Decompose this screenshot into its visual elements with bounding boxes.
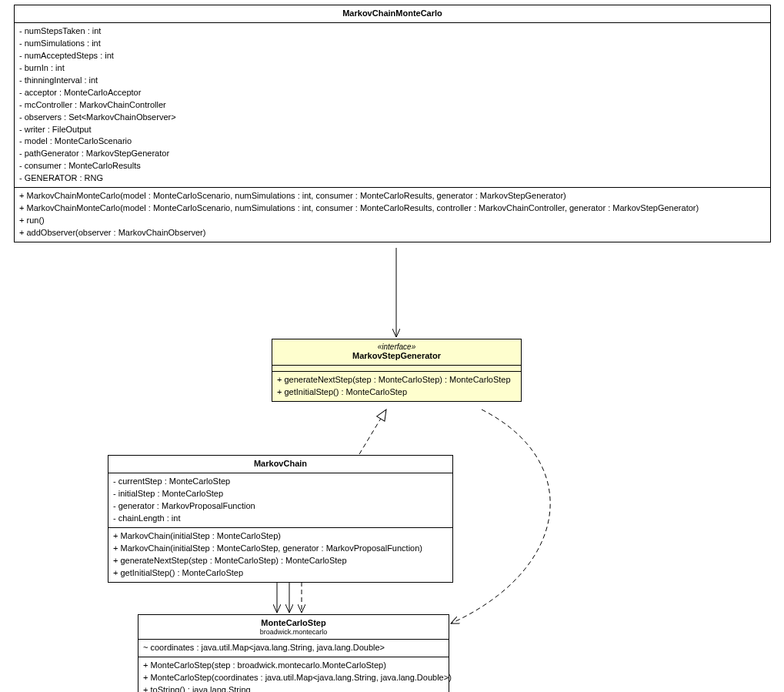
method: + getInitialStep() : MonteCarloStep — [113, 567, 448, 580]
method: + getInitialStep() : MonteCarloStep — [277, 386, 516, 399]
field: - writer : FileOutput — [19, 124, 766, 136]
field: - observers : Set<MarkovChainObserver> — [19, 112, 766, 124]
class-markovchainmontecarlo: MarkovChainMonteCarlo - numStepsTaken : … — [14, 5, 771, 242]
class-title: MarkovChainMonteCarlo — [15, 5, 770, 23]
class-markovchain: MarkovChain - currentStep : MonteCarloSt… — [108, 455, 453, 583]
realization-mc-to-msg — [359, 410, 386, 454]
interface-markovstepgenerator: «interface» MarkovStepGenerator + genera… — [272, 339, 522, 402]
field: - GENERATOR : RNG — [19, 172, 766, 185]
class-fields-empty — [272, 366, 521, 372]
method: + addObserver(observer : MarkovChainObse… — [19, 227, 766, 239]
field: - numAcceptedSteps : int — [19, 50, 766, 62]
method: + run() — [19, 215, 766, 227]
field: - chainLength : int — [113, 513, 448, 525]
field: - pathGenerator : MarkovStepGenerator — [19, 148, 766, 160]
class-title: MarkovChain — [108, 456, 452, 473]
method: + MarkovChain(initialStep : MonteCarloSt… — [113, 530, 448, 543]
class-name: MonteCarloStep — [261, 618, 325, 627]
field: - burnIn : int — [19, 62, 766, 75]
field: - mcController : MarkovChainController — [19, 99, 766, 112]
class-name: MarkovChainMonteCarlo — [342, 8, 442, 18]
method: + generateNextStep(step : MonteCarloStep… — [277, 374, 516, 386]
class-namespace: broadwick.montecarlo — [143, 627, 444, 636]
method: + MarkovChainMonteCarlo(model : MonteCar… — [19, 202, 766, 215]
dep-msg-to-mcs — [451, 410, 550, 623]
class-montecarlostep: MonteCarloStep broadwick.montecarlo ~ co… — [138, 614, 449, 692]
class-methods: + MarkovChainMonteCarlo(model : MonteCar… — [15, 188, 770, 242]
method: + toString() : java.lang.String — [143, 684, 444, 692]
class-title: «interface» MarkovStepGenerator — [272, 339, 521, 366]
method: + generateNextStep(step : MonteCarloStep… — [113, 555, 448, 567]
field: - thinningInterval : int — [19, 75, 766, 87]
class-fields: - currentStep : MonteCarloStep - initial… — [108, 473, 452, 528]
class-methods: + MonteCarloStep(step : broadwick.montec… — [138, 657, 449, 692]
class-methods: + MarkovChain(initialStep : MonteCarloSt… — [108, 528, 452, 582]
class-fields: ~ coordinates : java.util.Map<java.lang.… — [138, 640, 449, 657]
field: - acceptor : MonteCarloAcceptor — [19, 87, 766, 99]
field: - initialStep : MonteCarloStep — [113, 488, 448, 500]
method: + MonteCarloStep(coordinates : java.util… — [143, 672, 444, 684]
field: - numSimulations : int — [19, 38, 766, 50]
field: - consumer : MonteCarloResults — [19, 160, 766, 172]
class-fields: - numStepsTaken : int - numSimulations :… — [15, 23, 770, 188]
class-title: MonteCarloStep broadwick.montecarlo — [138, 615, 449, 640]
field: - model : MonteCarloScenario — [19, 135, 766, 148]
method: + MarkovChainMonteCarlo(model : MonteCar… — [19, 190, 766, 202]
field: - generator : MarkovProposalFunction — [113, 500, 448, 513]
method: + MonteCarloStep(step : broadwick.montec… — [143, 660, 444, 672]
class-name: MarkovStepGenerator — [352, 351, 441, 360]
field: - currentStep : MonteCarloStep — [113, 476, 448, 488]
stereotype: «interface» — [277, 343, 516, 351]
class-name: MarkovChain — [254, 459, 307, 468]
field: ~ coordinates : java.util.Map<java.lang.… — [143, 642, 444, 654]
method: + MarkovChain(initialStep : MonteCarloSt… — [113, 543, 448, 555]
field: - numStepsTaken : int — [19, 25, 766, 38]
class-methods: + generateNextStep(step : MonteCarloStep… — [272, 372, 521, 401]
